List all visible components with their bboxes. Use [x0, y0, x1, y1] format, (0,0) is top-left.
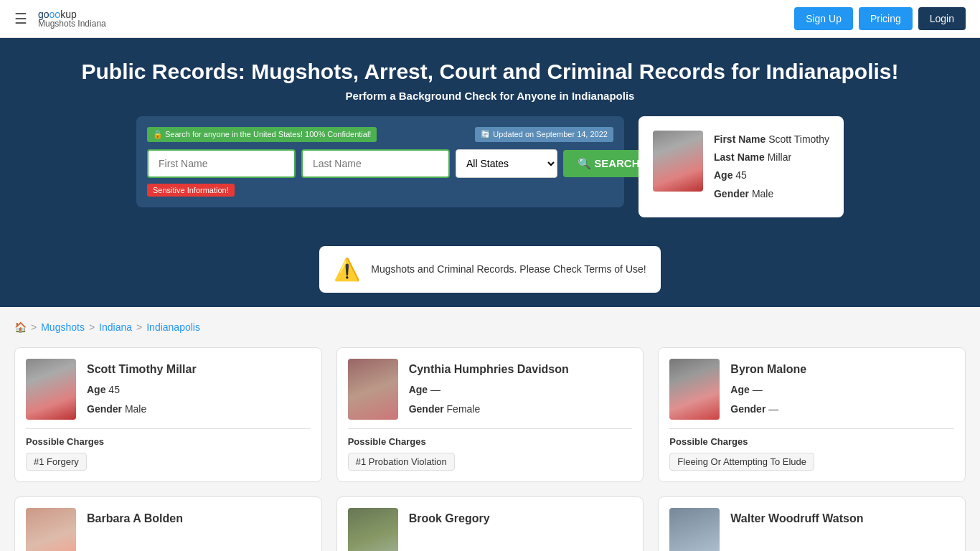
pricing-button[interactable]: Pricing	[859, 7, 913, 30]
person-header: Barbara A Bolden	[26, 508, 311, 551]
person-name: Brook Gregory	[409, 508, 490, 529]
breadcrumb-sep3: >	[136, 321, 142, 333]
breadcrumb-sep2: >	[89, 321, 95, 333]
person-photo	[669, 508, 720, 551]
person-details: Scott Timothy Millar Age 45 Gender Male	[87, 359, 197, 420]
logo-container: goookup Mugshots Indiana	[38, 9, 106, 29]
person-details: Brook Gregory	[409, 508, 490, 551]
person-name: Scott Timothy Millar	[87, 359, 197, 380]
charges-title: Possible Charges	[26, 436, 311, 447]
person-card-millar[interactable]: Scott Timothy Millar Age 45 Gender Male …	[14, 347, 322, 482]
hamburger-menu[interactable]: ☰	[14, 10, 27, 27]
person-details: Cynthia Humphries Davidson Age — Gender …	[409, 359, 569, 420]
person-photo	[26, 359, 76, 420]
search-box: 🔒 Search for anyone in the United States…	[136, 116, 624, 207]
person-details: Byron Malone Age — Gender —	[730, 359, 806, 420]
person-photo	[669, 359, 720, 420]
hero-bottom: ⚠️ Mugshots and Criminal Records. Please…	[0, 239, 980, 307]
login-button[interactable]: Login	[918, 7, 966, 30]
person-header: Walter Woodruff Watson	[669, 508, 954, 551]
person-details: Walter Woodruff Watson	[730, 508, 863, 551]
state-select[interactable]: All StatesAlabamaAlaskaArizonaArkansasCa…	[456, 149, 557, 178]
terms-wrapper: ⚠️ Mugshots and Criminal Records. Please…	[0, 239, 980, 293]
person-card-malone[interactable]: Byron Malone Age — Gender — Possible Cha…	[658, 347, 966, 482]
person-photo	[348, 359, 398, 420]
charges-title: Possible Charges	[669, 436, 954, 447]
breadcrumb-mugshots[interactable]: Mugshots	[41, 321, 85, 333]
charge-tag: Fleeing Or Attempting To Elude	[669, 453, 814, 471]
profile-info: First Name Scott Timothy Last Name Milla…	[714, 131, 829, 203]
person-card-gregory[interactable]: Brook Gregory	[336, 496, 644, 551]
search-area: 🔒 Search for anyone in the United States…	[0, 116, 980, 239]
first-name-input[interactable]	[147, 149, 296, 178]
logo-subtitle: Mugshots Indiana	[38, 19, 106, 29]
warning-icon: ⚠️	[334, 257, 360, 282]
person-header: Cynthia Humphries Davidson Age — Gender …	[348, 359, 633, 420]
charge-tag: #1 Probation Violation	[348, 453, 455, 471]
person-header: Scott Timothy Millar Age 45 Gender Male	[26, 359, 311, 420]
person-gender: Gender —	[730, 400, 806, 419]
breadcrumb-sep1: >	[31, 321, 37, 333]
profile-photo	[653, 131, 703, 192]
search-notices: 🔒 Search for anyone in the United States…	[147, 127, 613, 142]
person-name: Byron Malone	[730, 359, 806, 380]
profile-card: First Name Scott Timothy Last Name Milla…	[639, 116, 844, 217]
terms-text: Mugshots and Criminal Records. Please Ch…	[371, 263, 646, 275]
profile-first-name: First Name Scott Timothy	[714, 131, 829, 149]
breadcrumb-indiana[interactable]: Indiana	[99, 321, 132, 333]
person-gender: Gender Female	[409, 400, 569, 419]
header-right: Sign Up Pricing Login	[794, 7, 966, 30]
last-name-input[interactable]	[301, 149, 450, 178]
breadcrumb-indianapolis[interactable]: Indianapolis	[146, 321, 200, 333]
main-content: 🏠 > Mugshots > Indiana > Indianapolis Sc…	[0, 307, 980, 551]
signup-button[interactable]: Sign Up	[794, 7, 853, 30]
terms-banner: ⚠️ Mugshots and Criminal Records. Please…	[319, 246, 660, 293]
person-name: Barbara A Bolden	[87, 508, 183, 529]
header-left: ☰ goookup Mugshots Indiana	[14, 9, 106, 29]
search-area-inner: 🔒 Search for anyone in the United States…	[122, 116, 858, 217]
update-notice: 🔄 Updated on September 14, 2022	[475, 127, 613, 142]
sensitive-badge: Sensitive Information!	[147, 184, 235, 197]
hero-title: Public Records: Mugshots, Arrest, Court …	[14, 60, 966, 84]
profile-last-name: Last Name Millar	[714, 149, 829, 166]
profile-age: Age 45	[714, 166, 829, 184]
person-name: Walter Woodruff Watson	[730, 508, 863, 529]
charges-section: Possible Charges Fleeing Or Attempting T…	[669, 428, 954, 471]
person-card-bolden[interactable]: Barbara A Bolden	[14, 496, 322, 551]
home-icon[interactable]: 🏠	[14, 321, 27, 333]
person-photo	[26, 508, 76, 551]
hero-subtitle: Perform a Background Check for Anyone in…	[14, 90, 966, 102]
person-age: Age —	[730, 380, 806, 400]
search-inputs: All StatesAlabamaAlaskaArizonaArkansasCa…	[147, 149, 613, 178]
site-header: ☰ goookup Mugshots Indiana Sign Up Prici…	[0, 0, 980, 38]
charges-section: Possible Charges #1 Forgery	[26, 428, 311, 471]
person-header: Brook Gregory	[348, 508, 633, 551]
charges-section: Possible Charges #1 Probation Violation	[348, 428, 633, 471]
profile-gender: Gender Male	[714, 185, 829, 203]
search-form-wrapper: 🔒 Search for anyone in the United States…	[136, 116, 624, 207]
person-age: Age —	[409, 380, 569, 400]
hero-section: Public Records: Mugshots, Arrest, Court …	[0, 38, 980, 116]
breadcrumb: 🏠 > Mugshots > Indiana > Indianapolis	[14, 321, 966, 333]
person-photo	[348, 508, 398, 551]
cards-grid: Scott Timothy Millar Age 45 Gender Male …	[14, 347, 966, 551]
person-card-watson[interactable]: Walter Woodruff Watson	[658, 496, 966, 551]
person-name: Cynthia Humphries Davidson	[409, 359, 569, 380]
confidential-notice: 🔒 Search for anyone in the United States…	[147, 127, 377, 142]
person-header: Byron Malone Age — Gender —	[669, 359, 954, 420]
person-age: Age 45	[87, 380, 197, 400]
person-details: Barbara A Bolden	[87, 508, 183, 551]
person-gender: Gender Male	[87, 400, 197, 419]
person-card-davidson[interactable]: Cynthia Humphries Davidson Age — Gender …	[336, 347, 644, 482]
charges-title: Possible Charges	[348, 436, 633, 447]
charge-tag: #1 Forgery	[26, 453, 87, 471]
